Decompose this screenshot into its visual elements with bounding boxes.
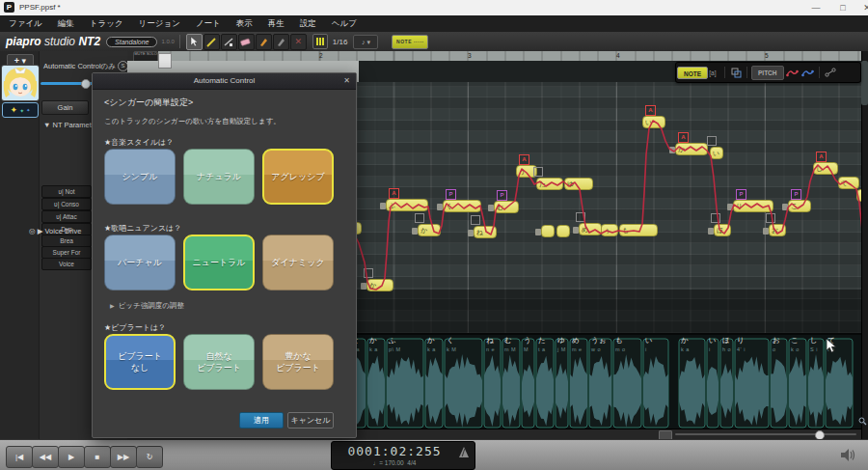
dialog-option-row-1: バーチャルニュートラルダイナミック	[104, 235, 334, 290]
dialog-close-icon[interactable]: ✕	[343, 76, 350, 85]
pencil-tool-button[interactable]	[203, 34, 220, 50]
layers-icon[interactable]	[728, 65, 744, 80]
pen2-tool-button[interactable]	[273, 34, 289, 50]
piano-roll-toolbar: A [a] NOTE PITCH	[675, 62, 861, 83]
tempo-meter[interactable]: ♩= 170.00 4/4	[332, 459, 457, 466]
nt-parameters-header[interactable]: ▼ NT Paramete	[43, 121, 95, 129]
option-button-ニュートラル[interactable]: ニュートラル	[183, 235, 255, 290]
pitch-curve-blue-icon[interactable]	[800, 65, 816, 80]
menu-item-1[interactable]: 編集	[58, 18, 74, 30]
eraser-tool-button[interactable]	[238, 34, 255, 50]
segment-kana: か	[427, 336, 435, 346]
segment-phoneme: m o	[615, 346, 626, 352]
segment-kana: ね	[486, 336, 494, 346]
gain-slider-knob[interactable]	[81, 79, 91, 89]
zoom-magnifier-icon[interactable]	[858, 417, 867, 426]
menu-item-4[interactable]: ノート	[196, 18, 221, 30]
pitch-adjust-expander[interactable]: ▶ピッチ強調度の調整	[110, 301, 184, 311]
param-button-voice[interactable]: Voice	[41, 258, 92, 270]
mouse-cursor	[826, 339, 836, 353]
menu-item-7[interactable]: 設定	[300, 18, 316, 30]
note-render-button[interactable]: NOTE ·····	[392, 35, 428, 49]
eraser-icon	[240, 37, 252, 47]
playhead-marker[interactable]	[158, 53, 172, 69]
menu-item-0[interactable]: ファイル	[9, 18, 42, 30]
segment-kana: め	[572, 336, 580, 346]
option-button-シンプル[interactable]: シンプル	[104, 149, 176, 205]
arrow-tool-button[interactable]	[186, 34, 203, 50]
pitch-mode-button[interactable]: PITCH	[751, 66, 784, 80]
voice-color-button[interactable]: ✦ ✦ ✦	[2, 102, 39, 118]
segment-phoneme: S i	[810, 346, 818, 352]
cancel-button[interactable]: キャンセル	[287, 412, 334, 429]
line-tool-button[interactable]	[221, 34, 237, 50]
minimize-button[interactable]: —	[802, 0, 829, 15]
segment-kana: む	[504, 336, 512, 346]
singer-avatar[interactable]	[1, 65, 40, 101]
timeline-ruler[interactable]	[127, 51, 861, 61]
segment-kana: か	[369, 336, 377, 346]
option-button-豊かなビブラート[interactable]: 豊かな ビブラート	[262, 334, 334, 390]
segment-phoneme: k M	[447, 346, 456, 352]
segment-phoneme: o	[773, 346, 776, 352]
go-start-button[interactable]: |◀	[6, 446, 33, 468]
param-button-conso[interactable]: ʋ| Conso	[41, 198, 92, 210]
option-button-ビブラートなし[interactable]: ビブラート なし	[104, 334, 176, 390]
rewind-button[interactable]: ◀◀	[32, 446, 59, 468]
vertical-scrollbar[interactable]	[861, 51, 868, 439]
segment-phoneme: n e	[486, 346, 495, 352]
option-button-自然なビブラート[interactable]: 自然な ビブラート	[183, 334, 255, 390]
menu-item-8[interactable]: ヘルプ	[332, 18, 357, 30]
segment-phoneme: w o	[591, 346, 601, 352]
segment-kana: し	[810, 336, 818, 346]
play-button[interactable]: ▶	[58, 446, 85, 468]
metronome-icon[interactable]	[459, 447, 469, 457]
segment-phoneme: t a	[538, 346, 546, 352]
piapro-studio-logo: piapro studio NT2	[6, 35, 100, 48]
master-volume-icon[interactable]	[841, 449, 855, 461]
segment-kana: も	[615, 336, 623, 346]
quantize-dropdown[interactable]: ♪ ▾	[353, 35, 378, 49]
param-button-not[interactable]: ʋ| Not	[41, 185, 92, 198]
app-icon: P	[4, 2, 14, 13]
option-button-ダイナミック[interactable]: ダイナミック	[262, 235, 334, 290]
param-button-attac[interactable]: ʋ| Attac	[41, 210, 92, 223]
line-icon	[224, 37, 234, 47]
stop-button[interactable]: ■	[84, 446, 111, 468]
option-button-ナチュラル[interactable]: ナチュラル	[183, 149, 255, 205]
segment-kana: こ	[791, 336, 799, 346]
note-mode-button[interactable]: NOTE	[677, 67, 708, 79]
segment-kana: ゆ	[557, 336, 565, 346]
pencil-icon	[206, 37, 217, 47]
forward-button[interactable]: ▶▶	[110, 446, 137, 468]
pen-tool-button[interactable]	[256, 34, 272, 50]
arrow-cursor-icon	[190, 37, 199, 47]
dialog-titlebar[interactable]: Automatic Control ✕	[93, 73, 356, 90]
quantize-grid-button[interactable]	[312, 34, 328, 49]
vertical-scrollbar-thumb[interactable]	[861, 61, 868, 105]
maximize-button[interactable]: □	[829, 0, 856, 15]
link-nodes-icon[interactable]	[823, 65, 838, 80]
voice-drive-item[interactable]: ◎ ▶ Voice Drive	[29, 227, 81, 235]
zoom-slider-track[interactable]	[675, 433, 856, 435]
gain-button[interactable]: Gain	[41, 100, 89, 115]
option-button-アグレッシブ[interactable]: アグレッシブ	[262, 149, 334, 205]
option-button-バーチャル[interactable]: バーチャル	[104, 235, 176, 290]
quantize-value: 1/16	[333, 38, 348, 46]
menu-item-5[interactable]: 表示	[236, 18, 253, 30]
transport-bar: |◀◀◀▶■▶▶↻ 0001:02:255 ♩= 170.00 4/4	[0, 439, 868, 470]
menu-item-6[interactable]: 再生	[268, 18, 285, 30]
menu-item-3[interactable]: リージョン	[139, 18, 180, 30]
segment-kana: い	[709, 336, 717, 346]
apply-button[interactable]: 適用	[239, 412, 284, 429]
segment-kana: ふ	[389, 336, 396, 346]
segment-phoneme: k a	[427, 346, 436, 352]
close-button[interactable]: ✕	[854, 0, 868, 15]
segment-kana: た	[538, 336, 546, 346]
delete-tool-button[interactable]: ✕	[290, 34, 307, 50]
pitch-curve-red-icon[interactable]	[785, 65, 800, 80]
menu-item-2[interactable]: トラック	[90, 18, 123, 30]
pen-gray-icon	[276, 37, 286, 47]
time-value: 0001:02:255	[332, 444, 457, 458]
loop-button[interactable]: ↻	[136, 446, 163, 468]
